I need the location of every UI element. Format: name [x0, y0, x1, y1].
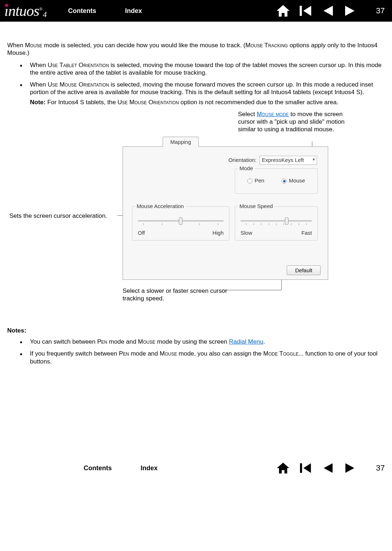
leader-line [222, 290, 281, 290]
header-bar: ıntuos®4 Contents Index 37 [0, 0, 392, 22]
mouse-acceleration-group: Mouse Acceleration Off High [132, 206, 229, 241]
mouse-speed-group: Mouse Speed Slow Fast [235, 206, 318, 241]
note-radial-menu: You can switch between Pen mode and Mous… [20, 338, 385, 345]
radio-icon [247, 178, 252, 184]
speed-high-label: Fast [301, 230, 312, 237]
page-body: When Mouse mode is selected, you can dec… [0, 22, 392, 365]
page-number: 37 [376, 6, 385, 16]
logo: ıntuos®4 [4, 1, 47, 21]
previous-page-icon[interactable] [321, 4, 335, 17]
mouse-mode-link[interactable]: Mouse mode [257, 111, 289, 118]
mapping-dialog: Mapping Orientation: ExpressKeys Left Mo… [123, 146, 328, 280]
next-page-icon[interactable] [343, 4, 357, 17]
accel-high-label: High [212, 230, 224, 237]
accel-low-label: Off [138, 230, 145, 237]
next-page-icon[interactable] [343, 462, 357, 474]
radial-menu-link[interactable]: Radial Menu [229, 338, 263, 345]
svg-rect-1 [300, 463, 302, 473]
home-icon[interactable] [276, 4, 290, 17]
speed-low-label: Slow [241, 230, 252, 237]
bullet-mouse-orientation: When Use Mouse Orientation is selected, … [20, 81, 385, 106]
nav-icons: 37 [276, 4, 385, 17]
acceleration-slider[interactable] [138, 220, 224, 221]
slider-thumb-icon[interactable] [179, 217, 182, 225]
accel-group-label: Mouse Acceleration [135, 203, 185, 210]
svg-rect-0 [300, 6, 302, 16]
callout-speed: Select a slower or faster screen cursor … [123, 287, 231, 303]
speed-slider[interactable] [241, 220, 312, 221]
intro-paragraph: When Mouse mode is selected, you can dec… [7, 41, 385, 57]
slider-thumb-icon[interactable] [285, 217, 289, 225]
callout-acceleration: Sets the screen cursor acceleration. [9, 212, 118, 220]
contents-link-footer[interactable]: Contents [84, 464, 112, 472]
footer-nav-icons: 37 [276, 462, 385, 474]
orientation-dropdown[interactable]: ExpressKeys Left [259, 156, 317, 165]
footer-bar: Contents Index 37 [0, 459, 392, 477]
index-link[interactable]: Index [125, 7, 142, 15]
contents-link[interactable]: Contents [68, 7, 96, 15]
diagram: Select Mouse mode to move the screen cur… [7, 110, 385, 319]
mode-group-label: Mode [238, 165, 255, 172]
orientation-label: Orientation: [228, 157, 256, 164]
first-page-icon[interactable] [298, 4, 313, 17]
page-number-footer: 37 [376, 463, 385, 473]
callout-mouse-mode: Select Mouse mode to move the screen cur… [238, 110, 353, 133]
mode-group: Mode Pen Mouse [235, 168, 318, 194]
home-icon[interactable] [276, 462, 290, 474]
default-button[interactable]: Default [287, 265, 321, 275]
first-page-icon[interactable] [298, 462, 313, 474]
index-link-footer[interactable]: Index [141, 464, 158, 472]
note-mode-toggle: If you frequently switch between Pen mod… [20, 350, 385, 365]
pen-mode-radio[interactable]: Pen [247, 177, 264, 184]
notes-heading: Notes: [7, 327, 385, 334]
bullet-tablet-orientation: When Use Tablet Orientation is selected,… [20, 61, 385, 77]
mapping-tab[interactable]: Mapping [163, 137, 199, 147]
speed-group-label: Mouse Speed [238, 203, 274, 210]
radio-icon [282, 178, 287, 184]
mouse-mode-radio[interactable]: Mouse [282, 177, 305, 184]
previous-page-icon[interactable] [321, 462, 335, 474]
